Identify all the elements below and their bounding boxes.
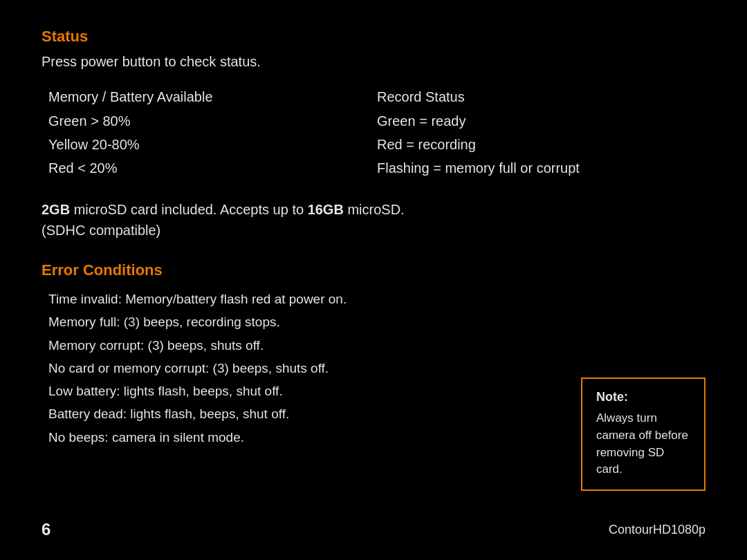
- page-container: Status Press power button to check statu…: [0, 0, 747, 560]
- right-col-header: Record Status: [377, 89, 706, 105]
- error-title: Error Conditions: [42, 261, 706, 279]
- status-grid: Memory / Battery Available Green > 80% Y…: [42, 89, 706, 178]
- note-title: Note:: [596, 390, 690, 404]
- error-item-2: Memory corrupt: (3) beeps, shuts off.: [48, 334, 706, 357]
- record-red: Red = recording: [377, 134, 706, 155]
- note-text: Always turn camera off before removing S…: [596, 410, 690, 478]
- brand-name: ContourHD1080p: [609, 523, 706, 537]
- battery-yellow: Yellow 20-80%: [48, 134, 377, 155]
- record-green: Green = ready: [377, 111, 706, 131]
- right-column: Record Status Green = ready Red = record…: [377, 89, 706, 178]
- battery-red: Red < 20%: [48, 158, 377, 178]
- battery-green: Green > 80%: [48, 111, 377, 131]
- error-item-1: Memory full: (3) beeps, recording stops.: [48, 310, 706, 333]
- left-col-header: Memory / Battery Available: [48, 89, 377, 105]
- note-box: Note: Always turn camera off before remo…: [581, 377, 706, 491]
- sd-info: 2GB microSD card included. Accepts up to…: [42, 199, 706, 241]
- error-item-0: Time invalid: Memory/battery flash red a…: [48, 288, 706, 310]
- left-column: Memory / Battery Available Green > 80% Y…: [48, 89, 377, 178]
- page-number: 6: [42, 520, 50, 539]
- intro-text: Press power button to check status.: [42, 54, 706, 70]
- sd-bold-16gb: 16GB: [308, 202, 344, 217]
- sd-bold-2gb: 2GB: [42, 202, 70, 217]
- status-title: Status: [42, 28, 706, 46]
- sd-text-1: microSD card included. Accepts up to: [70, 202, 308, 217]
- record-flashing: Flashing = memory full or corrupt: [377, 158, 706, 178]
- sd-sdhc: (SDHC compatible): [42, 223, 160, 238]
- error-item-3: No card or memory corrupt: (3) beeps, sh…: [48, 357, 706, 380]
- sd-text-2: microSD.: [344, 202, 405, 217]
- page-footer: 6 ContourHD1080p: [42, 520, 706, 539]
